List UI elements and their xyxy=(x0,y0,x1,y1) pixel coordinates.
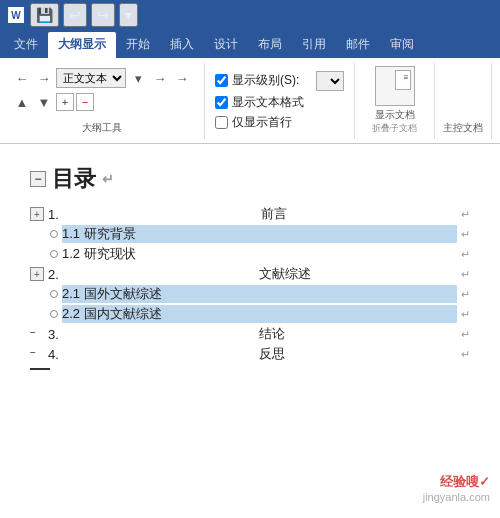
item-dot xyxy=(50,230,58,238)
item-dot xyxy=(50,310,58,318)
list-item: + 2. 文献综述 ↵ xyxy=(30,264,470,284)
list-item: − 4. 反思 ↵ xyxy=(30,344,470,364)
show-text-format-checkbox[interactable] xyxy=(215,96,228,109)
nav-left-button[interactable]: ← xyxy=(12,68,32,88)
outline-options-group: 显示级别(S): 显示文本格式 仅显示首行 xyxy=(205,62,355,139)
show-level-checkbox[interactable] xyxy=(215,74,228,87)
tab-home[interactable]: 开始 xyxy=(116,32,160,58)
show-doc-group: 显示文档 折叠子文档 xyxy=(355,62,435,139)
level-expand-button[interactable]: ▾ xyxy=(128,68,148,88)
nav-up-button[interactable]: ▲ xyxy=(12,92,32,112)
list-item: 2.2 国内文献综述 ↵ xyxy=(30,304,470,324)
master-doc-group: 主控文档 xyxy=(435,62,492,139)
nav-row-2: ▲ ▼ + − xyxy=(8,90,196,114)
watermark-line2: jingyanla.com xyxy=(423,491,490,503)
outline-tools-label: 大纲工具 xyxy=(82,119,122,135)
item-expand-btn[interactable]: + xyxy=(30,267,44,281)
nav-expand-right2[interactable]: → xyxy=(172,68,192,88)
show-first-line-checkbox[interactable] xyxy=(215,116,228,129)
save-button[interactable]: 💾 xyxy=(30,3,59,27)
watermark-line1: 经验嗖✓ xyxy=(423,473,490,491)
collapse-subdoc-label: 折叠子文档 xyxy=(372,122,417,135)
tab-layout[interactable]: 布局 xyxy=(248,32,292,58)
master-doc-label: 主控文档 xyxy=(443,119,483,135)
quick-access-dropdown[interactable]: ▾ xyxy=(119,3,138,27)
doc-title-row: − 目录 ↵ xyxy=(30,164,470,194)
list-item: − 3. 结论 ↵ xyxy=(30,324,470,344)
level-select[interactable]: 正文文本1级2级3级4级5级6级7级8级9级 xyxy=(56,68,126,88)
list-item: + 1. 前言 ↵ xyxy=(30,204,470,224)
tab-insert[interactable]: 插入 xyxy=(160,32,204,58)
show-first-line-row: 仅显示首行 xyxy=(215,114,344,131)
title-collapse-btn[interactable]: − xyxy=(30,171,46,187)
plus-button[interactable]: + xyxy=(56,93,74,111)
para-mark: ↵ xyxy=(461,308,470,321)
ribbon-tabs: 文件 大纲显示 开始 插入 设计 布局 引用 邮件 审阅 xyxy=(0,30,500,58)
tab-review[interactable]: 审阅 xyxy=(380,32,424,58)
show-level-dropdown[interactable] xyxy=(316,71,344,91)
app-icon: W xyxy=(8,7,24,23)
show-level-row: 显示级别(S): xyxy=(215,71,344,91)
cursor-line xyxy=(30,368,50,370)
tab-references[interactable]: 引用 xyxy=(292,32,336,58)
show-doc-icon[interactable] xyxy=(375,66,415,106)
para-mark: ↵ xyxy=(461,208,470,221)
item-number: 1. xyxy=(48,207,245,222)
item-text-qianyan: 前言 xyxy=(261,205,458,223)
show-level-label[interactable]: 显示级别(S): xyxy=(232,72,312,89)
ribbon-content: ← → 正文文本1级2级3级4级5级6级7级8级9级 ▾ → → ▲ ▼ + −… xyxy=(0,58,500,144)
item-dot xyxy=(50,250,58,258)
list-item: 1.1 研究背景 ↵ xyxy=(30,224,470,244)
item-text-21: 2.1 国外文献综述 xyxy=(62,285,457,303)
nav-right-button[interactable]: → xyxy=(34,68,54,88)
outline-nav-group: ← → 正文文本1级2级3级4级5级6级7级8级9级 ▾ → → ▲ ▼ + −… xyxy=(0,62,205,139)
item-text-11: 1.1 研究背景 xyxy=(62,225,457,243)
para-mark: ↵ xyxy=(461,328,470,341)
item-number: 2. xyxy=(48,267,247,282)
para-mark: ↵ xyxy=(461,348,470,361)
quick-access-toolbar: 💾 ↩ ↪ ▾ xyxy=(30,3,138,27)
minus-button[interactable]: − xyxy=(76,93,94,111)
show-text-format-label[interactable]: 显示文本格式 xyxy=(232,94,304,111)
tab-file[interactable]: 文件 xyxy=(4,32,48,58)
list-item: 2.1 国外文献综述 ↵ xyxy=(30,284,470,304)
title-bar: W 💾 ↩ ↪ ▾ xyxy=(0,0,500,30)
tab-outline[interactable]: 大纲显示 xyxy=(48,32,116,58)
list-item: 1.2 研究现状 ↵ xyxy=(30,244,470,264)
nav-row-1: ← → 正文文本1级2级3级4级5级6级7级8级9级 ▾ → → xyxy=(8,66,196,90)
nav-expand-right[interactable]: → xyxy=(150,68,170,88)
item-text-fansi: 反思 xyxy=(259,345,458,363)
item-text-22: 2.2 国内文献综述 xyxy=(62,305,457,323)
item-text-jielun: 结论 xyxy=(259,325,458,343)
nav-down-button[interactable]: ▼ xyxy=(34,92,54,112)
doc-title: 目录 xyxy=(52,164,96,194)
item-number: 4. xyxy=(48,347,247,362)
item-text-wenxian: 文献综述 xyxy=(259,265,458,283)
item-text-12: 1.2 研究现状 xyxy=(62,245,457,263)
title-para-mark: ↵ xyxy=(102,171,114,187)
item-collapse-btn[interactable]: − xyxy=(30,327,44,341)
item-number: 3. xyxy=(48,327,247,342)
show-text-format-row: 显示文本格式 xyxy=(215,94,344,111)
show-doc-label: 显示文档 xyxy=(375,108,415,122)
item-expand-btn[interactable]: + xyxy=(30,207,44,221)
show-first-line-label[interactable]: 仅显示首行 xyxy=(232,114,292,131)
para-mark: ↵ xyxy=(461,248,470,261)
para-mark: ↵ xyxy=(461,268,470,281)
para-mark: ↵ xyxy=(461,288,470,301)
item-collapse-btn[interactable]: − xyxy=(30,347,44,361)
para-mark: ↵ xyxy=(461,228,470,241)
undo-button[interactable]: ↩ xyxy=(63,3,87,27)
item-dot xyxy=(50,290,58,298)
watermark: 经验嗖✓ jingyanla.com xyxy=(423,473,490,503)
tab-design[interactable]: 设计 xyxy=(204,32,248,58)
redo-button[interactable]: ↪ xyxy=(91,3,115,27)
tab-mail[interactable]: 邮件 xyxy=(336,32,380,58)
document-area: − 目录 ↵ + 1. 前言 ↵ 1.1 研究背景 ↵ 1.2 研究现状 ↵ +… xyxy=(0,144,500,390)
